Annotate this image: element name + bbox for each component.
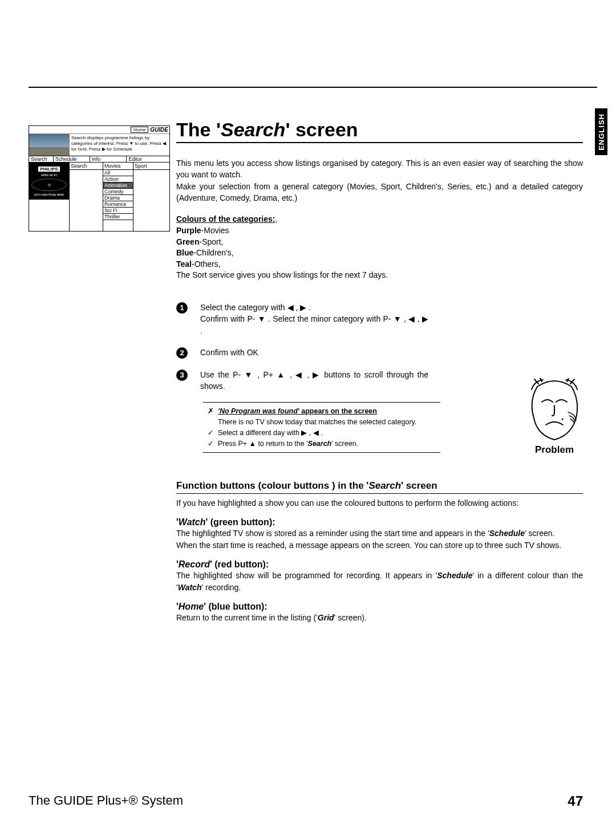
osd-thumbnail: [29, 134, 70, 156]
step-3: 3 Use the P- ▼ , P+ ▲ , ◀ , ▶ buttons to…: [176, 369, 583, 392]
osd-tab: Schedule: [54, 156, 90, 162]
problem-label-text: Problem: [535, 444, 574, 456]
osd-mid: Search displays programme listings by ca…: [29, 134, 169, 156]
footer-system-name: The GUIDE Plus+® System: [29, 793, 183, 808]
cat-text: -Children's,: [193, 248, 233, 257]
categories-header: Colours of the categories:: [176, 214, 275, 224]
step-bullet-1: 1: [176, 302, 188, 314]
osd-header: Home GUIDE: [29, 126, 169, 134]
step-1b: Confirm with P- ▼ . Select the minor cat…: [200, 313, 428, 336]
fn-record-p1: The highlighted show will be programmed …: [176, 570, 583, 594]
cat-bold: Teal: [176, 259, 192, 269]
osd-tab: Editor: [127, 156, 169, 162]
problem-face-icon: [526, 378, 583, 441]
osd-list-col: Movies All Action Animation Comedy Drama…: [103, 163, 169, 231]
fn-watch-p1: The highlighted TV show is stored as a r…: [176, 527, 583, 539]
fn-record-title: 'Record' (red button):: [176, 559, 583, 570]
osd-movies-hdr: Movies: [103, 163, 133, 170]
intro-p1: This menu lets you access show listings …: [176, 158, 583, 180]
fn-watch-p2: When the start time is reached, a messag…: [176, 539, 583, 551]
cat-text: -Movies: [201, 226, 229, 235]
fn-home-p1: Return to the current time in the listin…: [176, 612, 583, 624]
osd-guide-logo: GUIDE: [150, 127, 168, 133]
osd-ad-line2: Let's make things better: [34, 193, 64, 196]
categories-block: Colours of the categories:, Purple-Movie…: [176, 214, 583, 281]
step-2-text: Confirm with OK: [200, 347, 428, 358]
step-1a: Select the category with ◀ , ▶ .: [200, 302, 428, 313]
problem-mark-x: ✗: [208, 406, 214, 417]
osd-movie-item: All: [103, 170, 133, 176]
problem-aside: Problem: [526, 378, 583, 456]
osd-movie-item: Sci Fi: [103, 208, 133, 214]
sort-line: The Sort service gives you show listings…: [176, 270, 583, 281]
osd-sport-col: Sport: [133, 163, 169, 231]
osd-movie-item: Comedy: [103, 189, 133, 195]
cat-bold: Green: [176, 237, 199, 246]
function-heading: Function buttons (colour buttons ) in th…: [176, 480, 583, 494]
osd-ad: PHILIPS MINI HI-FI ◎ Let's make things b…: [29, 163, 70, 231]
svg-point-0: [562, 419, 564, 420]
osd-screenshot: Home GUIDE Search displays programme lis…: [29, 125, 170, 232]
footer-page-number: 47: [568, 793, 583, 809]
osd-description: Search displays programme listings by ca…: [70, 134, 169, 156]
intro-body: This menu lets you access show listings …: [176, 158, 583, 204]
top-rule: [29, 87, 597, 88]
fn-heading-em: Search: [368, 480, 401, 491]
language-tab-text: ENGLISH: [597, 113, 606, 151]
main-content: The 'Search' screen This menu lets you a…: [176, 119, 583, 624]
cat-text: -Others,: [192, 259, 221, 269]
osd-home-button: Home: [131, 127, 148, 133]
step-2: 2 Confirm with OK: [176, 347, 583, 359]
categories-lines: Purple-Movies Green-Sport, Blue-Children…: [176, 225, 583, 270]
cat-bold: Purple: [176, 226, 201, 235]
step-3a: Use the P- ▼ , P+ ▲ , ◀ , ▶ buttons to s…: [200, 370, 428, 391]
osd-ad-brand: PHILIPS: [38, 167, 59, 172]
fn-intro: If you have highlighted a show you can u…: [176, 497, 583, 509]
title-post: ' screen: [285, 119, 358, 140]
step-1: 1 Select the category with ◀ , ▶ . Confi…: [176, 302, 583, 336]
fn-record: 'Record' (red button): The highlighted s…: [176, 559, 583, 594]
problem-l4a: Press P+ ▲ to return to the ': [218, 440, 308, 448]
language-tab: ENGLISH: [595, 108, 607, 155]
step-bullet-3: 3: [176, 370, 188, 381]
osd-movie-item: Thriller: [103, 214, 133, 220]
problem-mark-check-1: ✓: [208, 428, 214, 439]
osd-lower: PHILIPS MINI HI-FI ◎ Let's make things b…: [29, 162, 169, 231]
fn-watch-title: 'Watch' (green button):: [176, 517, 583, 527]
step-1-text: Select the category with ◀ , ▶ . Confirm…: [200, 302, 428, 336]
title-pre: The ': [176, 119, 221, 140]
problem-l4b: ' screen.: [331, 440, 358, 448]
osd-sport-hdr: Sport: [133, 163, 169, 170]
problem-mark-check-2: ✓: [208, 439, 214, 449]
problem-l1-em: 'No Program was found': [218, 407, 299, 415]
fn-home-title: 'Home' (blue button):: [176, 602, 583, 612]
step-bullet-2: 2: [176, 347, 188, 359]
fn-heading-pre: Function buttons (colour buttons ) in th…: [176, 480, 368, 491]
osd-tabs: Search Schedule Info Editor: [29, 156, 169, 162]
step-2a: Confirm with OK: [200, 348, 258, 357]
osd-search-col: Search: [70, 163, 103, 231]
steps: 1 Select the category with ◀ , ▶ . Confi…: [176, 302, 583, 453]
intro-p2: Make your selection from a general categ…: [176, 181, 583, 204]
problem-l3: Select a different day with ▶ , ◀ .: [218, 428, 323, 439]
osd-search-cell: Search: [70, 163, 103, 170]
osd-tab: Info: [90, 156, 127, 162]
page-title: The 'Search' screen: [176, 119, 583, 143]
fn-watch: 'Watch' (green button): The highlighted …: [176, 517, 583, 551]
title-em: Search: [221, 119, 285, 140]
cat-bold: Blue: [176, 248, 193, 257]
osd-ad-line1: MINI HI-FI: [41, 173, 57, 177]
osd-movie-item: Drama: [103, 195, 133, 201]
osd-tab: Search: [29, 156, 54, 162]
osd-movie-item: Animation: [103, 182, 133, 189]
osd-movie-item: Action: [103, 176, 133, 182]
problem-l1-rest: appears on the screen: [299, 407, 377, 415]
cat-text: -Sport,: [199, 237, 223, 246]
osd-movie-item: Romance: [103, 201, 133, 208]
problem-l2: There is no TV show today that matches t…: [218, 417, 416, 428]
fn-heading-post: ' screen: [401, 480, 437, 491]
step-3-text: Use the P- ▼ , P+ ▲ , ◀ , ▶ buttons to s…: [200, 369, 428, 392]
osd-movies-col: Movies All Action Animation Comedy Drama…: [103, 163, 133, 231]
problem-l4-em: Search: [308, 440, 332, 448]
fn-home: 'Home' (blue button): Return to the curr…: [176, 602, 583, 624]
